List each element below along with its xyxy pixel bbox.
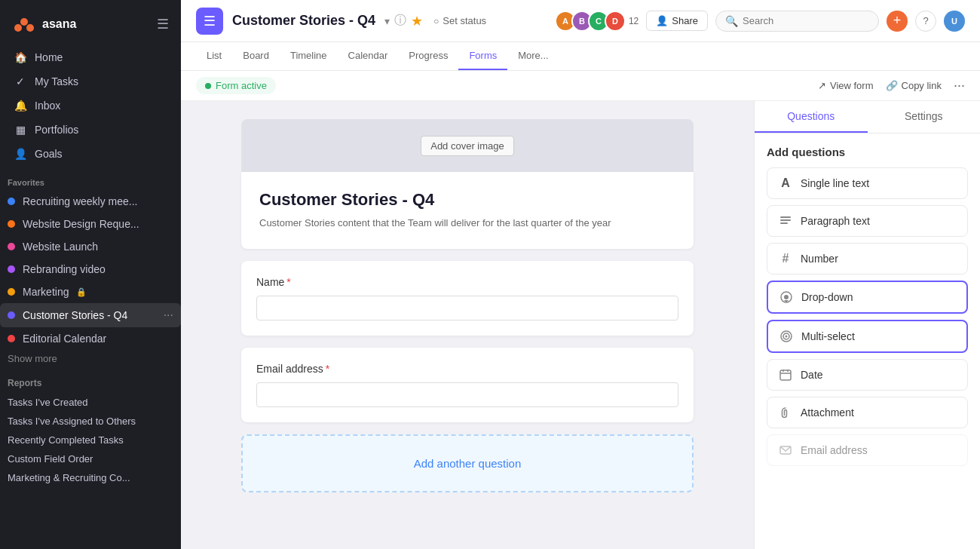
bell-icon: 🔔	[14, 99, 27, 112]
question-type-label: Single line text	[801, 177, 869, 189]
question-type-single-line[interactable]: A Single line text	[767, 167, 968, 199]
sidebar-item-portfolios[interactable]: ▦ Portfolios	[6, 118, 175, 142]
tab-settings[interactable]: Settings	[868, 101, 981, 133]
report-recently-completed[interactable]: Recently Completed Tasks	[0, 431, 181, 449]
panel-tabs: Questions Settings	[755, 101, 980, 133]
tab-list[interactable]: List	[196, 42, 232, 70]
fav-label: Website Design Reque...	[23, 218, 139, 230]
show-more-button[interactable]: Show more	[0, 350, 181, 367]
star-icon[interactable]: ★	[411, 13, 423, 29]
fav-dot	[8, 288, 15, 296]
copy-link-button[interactable]: 🔗 Copy link	[886, 80, 942, 91]
tab-questions[interactable]: Questions	[755, 101, 868, 133]
question-type-number[interactable]: # Number	[767, 243, 968, 274]
form-description: Customer Stories content that the Team w…	[259, 216, 675, 231]
sidebar-item-fav3[interactable]: Website Launch	[0, 235, 181, 258]
email-input[interactable]	[256, 382, 678, 407]
question-type-label: Drop-down	[801, 291, 853, 303]
search-input[interactable]	[743, 15, 869, 26]
tab-bar: List Board Timeline Calendar Progress Fo…	[181, 42, 980, 71]
sidebar-item-fav4[interactable]: Rebranding video	[0, 258, 181, 281]
calendar-icon	[778, 367, 793, 382]
question-type-date[interactable]: Date	[767, 359, 968, 391]
sidebar-item-marketing[interactable]: Marketing 🔒	[0, 281, 181, 303]
panel-content: Add questions A Single line text	[755, 133, 980, 484]
name-input[interactable]	[256, 296, 678, 321]
tab-calendar[interactable]: Calendar	[338, 42, 399, 70]
report-tasks-created[interactable]: Tasks I've Created	[0, 393, 181, 412]
question-type-paragraph[interactable]: Paragraph text	[767, 205, 968, 237]
fav-label: Editorial Calendar	[23, 333, 106, 345]
status-bar-right: ↗ View form 🔗 Copy link ···	[818, 78, 965, 94]
attachment-icon	[778, 405, 793, 420]
share-button[interactable]: 👤 Share	[646, 11, 708, 31]
fav-label: Customer Stories - Q4	[23, 309, 127, 321]
tab-progress[interactable]: Progress	[398, 42, 458, 70]
fav-dot	[8, 243, 15, 250]
set-status-button[interactable]: ○ Set status	[433, 15, 486, 26]
sidebar-item-customer-stories[interactable]: Customer Stories - Q4 ···	[0, 303, 181, 327]
more-dots-icon[interactable]: ···	[164, 308, 173, 322]
form-inner: Add cover image Customer Stories - Q4 Cu…	[241, 119, 694, 531]
tab-more[interactable]: More...	[507, 42, 559, 70]
sidebar-item-goals[interactable]: 👤 Goals	[6, 142, 175, 166]
fav-dot	[8, 198, 15, 205]
question-type-label: Date	[801, 369, 823, 381]
single-line-icon: A	[778, 176, 793, 191]
sidebar-nav: 🏠 Home ✓ My Tasks 🔔 Inbox ▦ Portfolios 👤…	[0, 42, 181, 169]
question-type-dropdown[interactable]: Drop-down	[767, 281, 968, 314]
sidebar-toggle-icon[interactable]: ☰	[157, 16, 169, 32]
fav-label: Rebranding video	[23, 263, 106, 275]
search-box[interactable]: 🔍	[715, 11, 879, 32]
project-title: Customer Stories - Q4	[232, 13, 375, 29]
multiselect-icon	[779, 329, 794, 344]
sidebar-item-my-tasks[interactable]: ✓ My Tasks	[6, 69, 175, 94]
avatar: D	[605, 11, 626, 32]
question-type-attachment[interactable]: Attachment	[767, 397, 968, 428]
sidebar-item-fav2[interactable]: Website Design Reque...	[0, 213, 181, 235]
share-icon: 👤	[656, 15, 668, 26]
add-button[interactable]: +	[887, 11, 908, 32]
sidebar-item-label: Inbox	[35, 100, 60, 112]
sidebar-item-fav1[interactable]: Recruiting weekly mee...	[0, 190, 181, 213]
more-options-icon[interactable]: ···	[954, 78, 965, 94]
fav-label: Recruiting weekly mee...	[23, 195, 138, 207]
question-type-label: Email address	[801, 444, 868, 456]
project-icon: ☰	[196, 8, 223, 35]
tab-timeline[interactable]: Timeline	[280, 42, 338, 70]
external-link-icon: ↗	[818, 80, 826, 91]
svg-point-0	[20, 18, 28, 26]
status-bar: Form active ↗ View form 🔗 Copy link ···	[181, 71, 980, 101]
email-label: Email address *	[256, 363, 678, 375]
svg-rect-3	[780, 216, 791, 218]
favorites-list: Recruiting weekly mee... Website Design …	[0, 190, 181, 350]
sidebar-item-home[interactable]: 🏠 Home	[6, 45, 175, 69]
info-icon[interactable]: ⓘ	[394, 13, 406, 29]
asana-brand-text: asana	[42, 17, 76, 31]
sidebar-item-editorial[interactable]: Editorial Calendar	[0, 327, 181, 350]
question-type-label: Multi-select	[801, 330, 855, 342]
question-type-label: Attachment	[801, 406, 854, 419]
add-questions-title: Add questions	[767, 146, 968, 158]
sidebar-item-inbox[interactable]: 🔔 Inbox	[6, 94, 175, 118]
favorites-section-title: Favorites	[0, 169, 181, 190]
tab-forms[interactable]: Forms	[458, 42, 507, 70]
report-tasks-assigned[interactable]: Tasks I've Assigned to Others	[0, 412, 181, 431]
form-active-dot	[205, 83, 211, 89]
required-star: *	[326, 363, 329, 375]
chevron-down-icon[interactable]: ▾	[384, 15, 390, 27]
svg-point-11	[786, 336, 788, 338]
user-avatar[interactable]: U	[944, 11, 965, 32]
question-type-label: Number	[801, 253, 838, 265]
sidebar-item-label: Portfolios	[35, 124, 78, 136]
report-marketing-recruiting[interactable]: Marketing & Recruiting Co...	[0, 468, 181, 487]
add-cover-image-button[interactable]: Add cover image	[421, 136, 514, 156]
question-type-multiselect[interactable]: Multi-select	[767, 320, 968, 353]
report-custom-field-order[interactable]: Custom Field Order	[0, 449, 181, 468]
view-form-link[interactable]: ↗ View form	[818, 80, 874, 91]
tab-board[interactable]: Board	[232, 42, 280, 70]
add-question-card[interactable]: Add another question	[241, 434, 694, 492]
question-type-email[interactable]: Email address	[767, 434, 968, 466]
email-icon	[778, 443, 793, 458]
help-button[interactable]: ?	[915, 11, 936, 32]
